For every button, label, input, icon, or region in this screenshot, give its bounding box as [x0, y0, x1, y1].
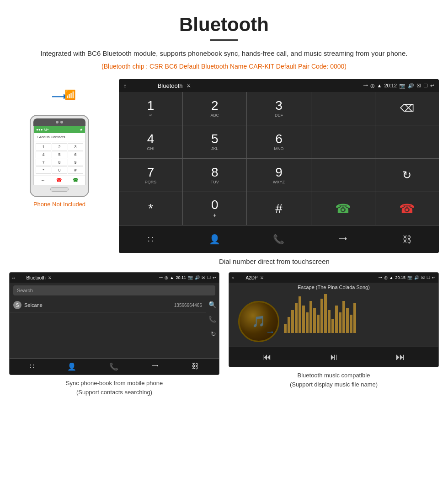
bluetooth-icon-area: ⭢ 📶: [51, 88, 68, 107]
pb-cam-icon: 📷: [188, 275, 193, 280]
dial-key-hash[interactable]: #: [247, 192, 310, 225]
bt-status-icon: ⭢: [363, 83, 368, 88]
phone-key-0: 0: [52, 166, 67, 174]
phone-side-icon[interactable]: 📞: [208, 316, 216, 323]
phone-screen: ●●● M+ ★ + Add to Contacts 1 2 3 4 5 6 7…: [33, 126, 85, 185]
pb-nav-link[interactable]: ⛓: [192, 362, 199, 371]
dial-delete-btn[interactable]: ⌫: [375, 92, 439, 125]
dial-call-green-btn[interactable]: ☎: [311, 192, 375, 225]
reload-side-icon[interactable]: ↻: [211, 330, 216, 338]
pb-usb-icon: ⚔: [48, 275, 52, 280]
dial-caption: Dial number direct from touchscreen: [110, 258, 439, 265]
phone-speaker: [56, 121, 59, 123]
phone-screen-header: ●●● M+ ★: [34, 126, 85, 133]
visualizer-bar: [288, 317, 290, 333]
visualizer-bar: [328, 310, 331, 333]
visualizer-bar: [291, 310, 294, 333]
phone-side: ⭢ 📶 ●●● M+ ★ + Add to Contacts 1: [9, 75, 110, 208]
wifi-waves-icon: 📶: [64, 89, 76, 100]
music-controls: ⏮ ⏯ ⏭: [229, 347, 438, 367]
nav-contacts-btn[interactable]: 👤: [183, 225, 246, 253]
phone-dialpad: 1 2 3 4 5 6 7 8 9 * 0 #: [34, 141, 85, 176]
nav-link-btn[interactable]: ⛓: [375, 225, 439, 253]
mu-usb-icon: ⚔: [260, 275, 264, 280]
music-status-bar: ⌂ A2DP ⚔ ⭢ ◎ ▲ 20:15 📷 🔊 ☒ ☐ ↩: [229, 273, 438, 283]
phonebook-search[interactable]: Search: [13, 285, 215, 295]
pb-nav-grid[interactable]: ∷: [30, 362, 34, 371]
pb-loc-icon: ◎: [165, 275, 168, 280]
dial-reload-btn[interactable]: ↻: [375, 159, 439, 192]
pb-nav-bt[interactable]: ⭢: [151, 362, 159, 371]
red-call-icon: ☎: [399, 201, 415, 216]
side-icons: 🔍 📞 ↻: [206, 298, 219, 358]
visualizer-bar: [313, 308, 316, 333]
next-btn[interactable]: ⏭: [396, 352, 405, 362]
pb-win-icon: ☐: [207, 275, 211, 280]
home-icon: ⌂: [123, 83, 127, 88]
title-underline: [210, 39, 238, 41]
search-placeholder: Search: [17, 288, 33, 293]
person-icon: 👤: [209, 234, 220, 245]
dial-key-9[interactable]: 9 WXYZ: [247, 159, 310, 192]
grid-icon: ∷: [148, 234, 154, 245]
pb-close-icon: ☒: [202, 275, 205, 280]
nav-phone-btn[interactable]: 📞: [247, 225, 310, 253]
mu-time: 20:15: [395, 275, 405, 280]
phone-key-hash: #: [68, 166, 83, 174]
visualizer-bar: [331, 319, 334, 333]
contact-avatar: S: [13, 301, 21, 309]
song-title: Escape (The Pina Colada Song): [229, 283, 438, 292]
search-side-icon[interactable]: 🔍: [208, 301, 216, 308]
prev-btn[interactable]: ⏮: [262, 352, 272, 362]
pb-nav-person[interactable]: 👤: [67, 362, 76, 371]
phone-key-8: 8: [52, 159, 67, 166]
phone-top-bar: [33, 118, 85, 126]
album-bt-icon: ⭢: [267, 329, 273, 336]
pb-vol-icon: 🔊: [195, 275, 200, 280]
dial-key-0[interactable]: 0 +: [183, 192, 246, 225]
pb-sig-icon: ▲: [170, 275, 174, 280]
visualizer-bar: [306, 312, 309, 333]
dial-key-star[interactable]: *: [119, 192, 182, 225]
visualizer-bar: [342, 301, 345, 333]
nav-grid-btn[interactable]: ∷: [119, 225, 182, 253]
dial-key-3[interactable]: 3 DEF: [247, 92, 310, 125]
dial-key-5[interactable]: 5 JKL: [183, 125, 246, 158]
pb-nav-phone[interactable]: 📞: [109, 362, 118, 371]
mu-home-icon: ⌂: [232, 275, 234, 280]
pb-bt-icon: ⭢: [159, 275, 163, 280]
phone-not-included-label: Phone Not Included: [33, 201, 85, 208]
mu-bt-icon: ⭢: [378, 275, 382, 280]
dial-key-7[interactable]: 7 PQRS: [119, 159, 182, 192]
dial-key-6[interactable]: 6 MNO: [247, 125, 310, 158]
visualizer-bar: [339, 312, 341, 333]
phone-mockup: ●●● M+ ★ + Add to Contacts 1 2 3 4 5 6 7…: [30, 115, 89, 197]
dial-key-4[interactable]: 4 GHI: [119, 125, 182, 158]
phone-back-btn: ←: [41, 177, 45, 182]
mu-title: A2DP: [245, 275, 257, 280]
mu-cam-icon: 📷: [407, 275, 412, 280]
play-pause-btn[interactable]: ⏯: [329, 352, 338, 362]
pb-back-icon: ↩: [213, 275, 216, 280]
signal-icon: ▲: [377, 83, 382, 88]
phone-icon: 📞: [273, 234, 284, 245]
nav-bt-btn[interactable]: ⭢: [311, 225, 375, 253]
phone-end-btn: ☎: [56, 177, 62, 182]
bottom-screens: ⌂ Bluetooth ⚔ ⭢ ◎ ▲ 20:11 📷 🔊 ☒ ☐ ↩: [0, 272, 448, 406]
green-call-icon: ☎: [335, 201, 351, 216]
contact-phone: 13566664466: [174, 303, 202, 308]
dial-call-red-btn[interactable]: ☎: [375, 192, 439, 225]
close-icon: ☒: [416, 83, 421, 89]
music-caption: Bluetooth music compatible (Support disp…: [290, 371, 378, 389]
visualizer-bar: [350, 315, 352, 333]
dial-key-2[interactable]: 2 ABC: [183, 92, 246, 125]
music-note-icon: 🎵: [252, 315, 266, 328]
phone-key-7: 7: [36, 159, 51, 166]
dial-key-1[interactable]: 1 ∞: [119, 92, 182, 125]
phone-key-star: *: [36, 166, 51, 174]
back-icon: ↩: [430, 83, 434, 89]
dial-empty-3: [375, 125, 439, 158]
phone-camera: [60, 121, 63, 123]
page-subtitle: Integrated with BC6 Bluetooth module, su…: [27, 48, 421, 59]
dial-key-8[interactable]: 8 TUV: [183, 159, 246, 192]
